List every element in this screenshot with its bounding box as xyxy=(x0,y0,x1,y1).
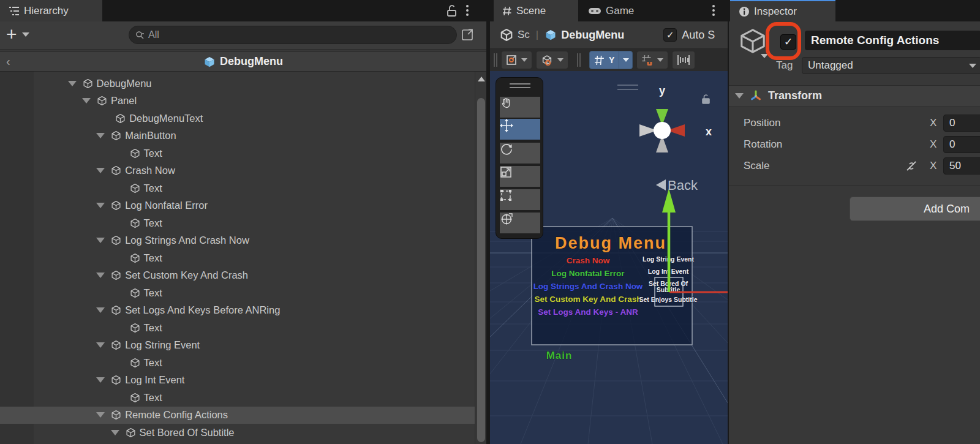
rect-tool-button[interactable] xyxy=(500,189,540,210)
expand-arrow-icon[interactable] xyxy=(96,377,105,383)
transform-component-header[interactable]: Transform xyxy=(729,85,980,107)
tree-row-label: DebugMenu xyxy=(97,78,152,89)
back-chevron[interactable]: ‹ xyxy=(6,55,10,69)
inspector-panel: Inspector ✓ Remote Config Actions Tag Un… xyxy=(728,0,980,444)
tree-row[interactable]: Set Logs And Keys Before ANRing xyxy=(0,302,477,319)
tree-row[interactable]: Set Bored Of Subtitle xyxy=(0,424,477,441)
tree-row[interactable]: Log String Event xyxy=(0,337,477,354)
gameobject-cube-icon xyxy=(130,393,140,403)
lock-icon[interactable] xyxy=(445,4,458,18)
auto-save-checkbox[interactable]: ✓ xyxy=(663,28,677,42)
tree-row[interactable]: Crash Now xyxy=(0,162,477,179)
handle-orientation-button[interactable] xyxy=(536,51,568,69)
tree-row[interactable]: Text xyxy=(0,179,477,197)
foldout-arrow-icon[interactable] xyxy=(735,93,744,99)
gameobject-name-field[interactable]: Remote Config Actions xyxy=(805,31,980,50)
tree-row[interactable]: Remote Config Actions xyxy=(0,407,477,424)
tree-row-label: Text xyxy=(144,182,162,194)
add-component-button[interactable]: Add Com xyxy=(850,197,980,221)
gameobject-icon[interactable] xyxy=(739,28,767,54)
expand-arrow-icon[interactable] xyxy=(96,342,105,348)
tree-row-label: Text xyxy=(144,148,162,159)
tree-row[interactable]: Set Custom Key And Crash xyxy=(0,267,477,284)
tree-row[interactable]: Log Strings And Crash Now xyxy=(0,232,477,249)
scene-menu-icon[interactable] xyxy=(712,4,715,18)
scene-viewport[interactable]: Debug Menu Crash NowLog Nonfatal ErrorLo… xyxy=(490,71,728,444)
tree-row-label: Log String Event xyxy=(125,339,200,351)
scroll-up-arrow-icon[interactable] xyxy=(478,77,485,81)
toolbar-grip[interactable] xyxy=(577,53,581,67)
transform-tool-button[interactable] xyxy=(500,213,540,233)
tree-row-label: Log Strings And Crash Now xyxy=(125,235,249,246)
scrollbar-thumb[interactable] xyxy=(477,98,485,442)
expand-arrow-icon[interactable] xyxy=(111,430,119,435)
expand-arrow-icon[interactable] xyxy=(96,168,105,173)
expand-arrow-icon[interactable] xyxy=(96,273,105,278)
move-tool-button[interactable] xyxy=(500,119,540,140)
toolbar-grip[interactable] xyxy=(494,53,497,67)
create-object-button[interactable]: + xyxy=(6,25,29,43)
tree-row[interactable]: Text xyxy=(0,389,477,406)
hierarchy-menu-icon[interactable] xyxy=(466,4,469,18)
scale-icon xyxy=(500,166,512,178)
expand-arrow-icon[interactable] xyxy=(96,203,105,208)
scene-grid-icon xyxy=(502,6,512,16)
tree-row[interactable]: MainButton xyxy=(0,127,477,145)
icon-picker-caret[interactable] xyxy=(761,54,768,58)
search-input[interactable]: All xyxy=(129,26,457,44)
expand-arrow-icon[interactable] xyxy=(96,412,105,418)
gameobject-cube-icon xyxy=(111,340,121,350)
tree-row[interactable]: Text xyxy=(0,145,477,162)
tab-game[interactable]: Game xyxy=(579,0,647,21)
tree-row[interactable]: Text xyxy=(0,284,477,301)
expand-arrow-icon[interactable] xyxy=(68,81,77,86)
tab-hierarchy[interactable]: Hierarchy xyxy=(0,0,102,21)
rotate-tool-button[interactable] xyxy=(500,143,540,164)
tree-row[interactable]: Text xyxy=(0,214,477,231)
view-tool-button[interactable] xyxy=(500,97,540,118)
open-search-window-icon[interactable] xyxy=(461,27,475,42)
expand-arrow-icon[interactable] xyxy=(82,98,91,103)
hierarchy-scrollbar[interactable] xyxy=(475,72,486,444)
scale-tool-button[interactable] xyxy=(500,166,540,187)
breadcrumb-scene-name[interactable]: Sc xyxy=(518,29,530,41)
tree-row-label: Text xyxy=(144,217,162,229)
gamepad-icon xyxy=(588,7,601,15)
active-checkbox[interactable]: ✓ xyxy=(780,34,796,50)
tree-row[interactable]: DebugMenuText xyxy=(0,110,477,127)
gameobject-cube-icon xyxy=(126,427,136,438)
tag-dropdown[interactable]: Untagged xyxy=(802,57,980,74)
tab-inspector[interactable]: Inspector xyxy=(730,0,835,21)
tree-row[interactable]: Log Int Event xyxy=(0,372,477,389)
tree-row[interactable]: Text xyxy=(0,249,477,266)
gameobject-cube-icon xyxy=(83,78,93,89)
expand-arrow-icon[interactable] xyxy=(96,307,105,313)
tree-row[interactable]: Text xyxy=(0,354,477,371)
overlay-handle[interactable] xyxy=(617,85,638,90)
grid-visibility-button[interactable]: Y xyxy=(589,51,633,69)
palette-handle[interactable] xyxy=(510,83,530,88)
grid-snapping-button[interactable] xyxy=(636,51,668,69)
gameobject-cube-icon xyxy=(111,270,121,280)
gameobject-cube-icon xyxy=(130,323,140,333)
prefab-context-title: DebugMenu xyxy=(0,55,486,68)
tree-row-label: Crash Now xyxy=(125,165,175,176)
expand-arrow-icon[interactable] xyxy=(96,238,105,243)
broken-link-icon[interactable] xyxy=(904,159,919,173)
tree-row[interactable]: Text xyxy=(0,319,477,336)
tree-row[interactable]: Log Nonfatal Error xyxy=(0,197,477,214)
gameobject-cube-icon xyxy=(130,148,140,159)
tree-row[interactable]: Panel xyxy=(0,92,477,110)
tree-row-label: Text xyxy=(144,357,162,369)
pivot-mode-button[interactable] xyxy=(501,51,532,69)
position-x-field[interactable]: 0 xyxy=(943,115,980,132)
auto-save-label: Auto S xyxy=(682,29,715,42)
tree-row[interactable]: Canvas (Environment) xyxy=(0,72,477,75)
scale-x-field[interactable]: 50 xyxy=(943,157,980,175)
breadcrumb-prefab-name[interactable]: DebugMenu xyxy=(561,29,624,42)
rotation-x-field[interactable]: 0 xyxy=(943,136,980,153)
tree-row[interactable]: DebugMenu xyxy=(0,75,477,92)
tab-scene[interactable]: Scene xyxy=(494,0,578,21)
snap-increment-button[interactable] xyxy=(672,51,695,69)
expand-arrow-icon[interactable] xyxy=(96,133,105,138)
